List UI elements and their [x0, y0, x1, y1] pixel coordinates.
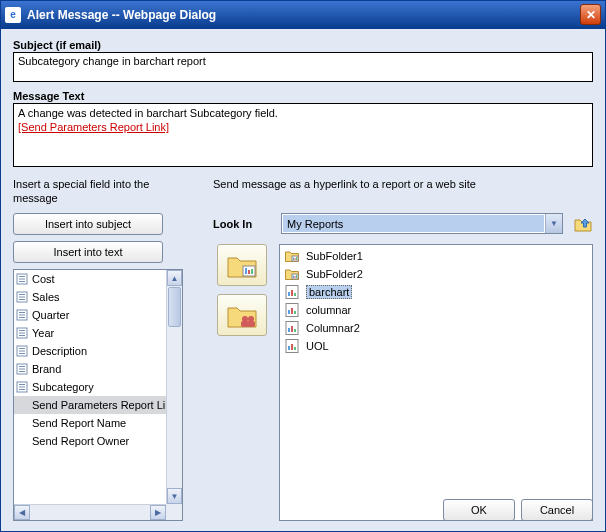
field-item[interactable]: Year [14, 324, 166, 342]
report-item[interactable]: barchart [280, 283, 592, 301]
my-reports-folder-button[interactable] [217, 244, 267, 286]
link-hint: Send message as a hyperlink to a report … [213, 177, 593, 191]
field-icon [16, 291, 28, 303]
file-list[interactable]: SubFolder1SubFolder2barchartcolumnarColu… [279, 244, 593, 521]
close-button[interactable]: ✕ [580, 4, 601, 25]
field-item[interactable]: Cost [14, 270, 166, 288]
folder-icon [284, 248, 300, 264]
scroll-thumb[interactable] [168, 287, 181, 327]
svg-rect-51 [294, 311, 296, 314]
scroll-left-icon[interactable]: ◀ [14, 505, 30, 520]
fields-listbox[interactable]: CostSalesQuarterYearDescriptionBrandSubc… [13, 269, 183, 521]
ok-button[interactable]: OK [443, 499, 515, 521]
field-item[interactable]: Subcategory [14, 378, 166, 396]
svg-rect-46 [291, 290, 293, 296]
field-extra-item[interactable]: Send Report Owner [14, 432, 166, 450]
svg-rect-37 [293, 258, 294, 261]
report-icon [284, 338, 300, 354]
lookin-dropdown[interactable]: My Reports ▼ [281, 213, 563, 234]
svg-rect-43 [296, 275, 297, 278]
report-item[interactable]: columnar [280, 301, 592, 319]
insert-text-button[interactable]: Insert into text [13, 241, 163, 263]
svg-rect-42 [295, 276, 296, 278]
field-item[interactable]: Description [14, 342, 166, 360]
field-icon [16, 381, 28, 393]
up-folder-icon[interactable] [573, 214, 593, 234]
svg-rect-50 [291, 308, 293, 314]
message-input[interactable]: A change was detected in barchart Subcat… [13, 103, 593, 167]
shared-reports-folder-button[interactable] [217, 294, 267, 336]
svg-rect-38 [295, 258, 296, 260]
titlebar: e Alert Message -- Webpage Dialog ✕ [1, 1, 605, 29]
folder-icon [284, 266, 300, 282]
window-title: Alert Message -- Webpage Dialog [27, 8, 216, 22]
cancel-button[interactable]: Cancel [521, 499, 593, 521]
lookin-label: Look In [213, 218, 271, 230]
app-icon: e [5, 7, 21, 23]
message-label: Message Text [13, 90, 593, 102]
scroll-down-icon[interactable]: ▼ [167, 488, 182, 504]
field-icon [16, 327, 28, 339]
subject-input[interactable]: Subcategory change in barchart report [13, 52, 593, 82]
folder-item[interactable]: SubFolder1 [280, 247, 592, 265]
svg-rect-30 [248, 270, 250, 274]
field-item[interactable]: Quarter [14, 306, 166, 324]
svg-rect-53 [288, 328, 290, 332]
svg-rect-58 [291, 344, 293, 350]
report-icon [284, 284, 300, 300]
field-item[interactable]: Brand [14, 360, 166, 378]
folder-item[interactable]: SubFolder2 [280, 265, 592, 283]
svg-rect-55 [294, 329, 296, 332]
scrollbar-horizontal[interactable]: ◀ ▶ [14, 504, 166, 520]
report-icon [284, 302, 300, 318]
field-icon [16, 345, 28, 357]
scroll-up-icon[interactable]: ▲ [167, 270, 182, 286]
subject-label: Subject (if email) [13, 39, 593, 51]
field-extra-item[interactable]: Send Report Name [14, 414, 166, 432]
svg-rect-59 [294, 347, 296, 350]
svg-rect-54 [291, 326, 293, 332]
scrollbar-vertical[interactable]: ▲ ▼ [166, 270, 182, 504]
svg-rect-41 [293, 276, 294, 279]
svg-rect-57 [288, 346, 290, 350]
report-icon [284, 320, 300, 336]
field-extra-item[interactable]: Send Parameters Report Link [14, 396, 166, 414]
svg-rect-35 [247, 321, 255, 327]
field-icon [16, 273, 28, 285]
svg-rect-39 [296, 257, 297, 260]
parameters-link-token[interactable]: [Send Parameters Report Link] [18, 121, 169, 133]
svg-rect-31 [251, 269, 253, 274]
insert-hint: Insert a special field into the message [13, 177, 183, 205]
svg-rect-45 [288, 292, 290, 296]
field-icon [16, 309, 28, 321]
svg-rect-49 [288, 310, 290, 314]
insert-subject-button[interactable]: Insert into subject [13, 213, 163, 235]
report-item[interactable]: Columnar2 [280, 319, 592, 337]
report-item[interactable]: UOL [280, 337, 592, 355]
field-icon [16, 363, 28, 375]
scroll-right-icon[interactable]: ▶ [150, 505, 166, 520]
field-item[interactable]: Sales [14, 288, 166, 306]
chevron-down-icon[interactable]: ▼ [545, 214, 562, 233]
svg-rect-47 [294, 293, 296, 296]
svg-rect-29 [245, 268, 247, 274]
